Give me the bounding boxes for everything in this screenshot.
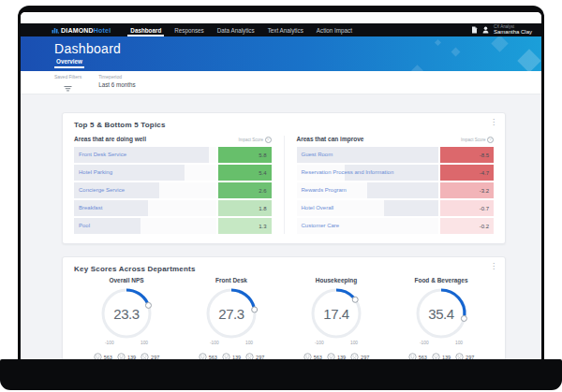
tab-overview[interactable]: Overview (54, 58, 84, 68)
topic-link[interactable]: Guest Room (302, 147, 333, 163)
impact-bar (384, 200, 438, 216)
app-window: DIAMONDHotel Dashboard Responses Data An… (21, 12, 541, 359)
table-row: Reservation Process and Information -4.7 (297, 165, 495, 181)
nav-item-responses[interactable]: Responses (168, 23, 211, 36)
neutral-count: 139 (232, 355, 241, 360)
brand-logo: DIAMONDHotel (52, 23, 111, 36)
timeperiod-control[interactable]: Timeperiod Last 6 months (98, 71, 136, 94)
topics-card-title: Top 5 & Bottom 5 Topics (74, 121, 494, 129)
nps-gauge-chart: 27.3 (205, 287, 258, 340)
topic-link[interactable]: Reservation Process and Information (302, 165, 394, 181)
main-nav: Dashboard Responses Data Analytics Text … (124, 23, 359, 36)
table-row: Guest Room -8.5 (297, 147, 495, 163)
gauge-max-label: 100 (350, 341, 358, 345)
gauge-housekeeping: Housekeeping 17.4 -100100 563 139 297 (284, 277, 389, 359)
diamond-deco-icon (451, 48, 461, 57)
kebab-menu-icon[interactable]: ⋮ (490, 119, 497, 126)
timeperiod-value: Last 6 months (98, 81, 136, 88)
impact-score-chip: 1.3 (218, 218, 272, 234)
table-row: Front Desk Service 5.8 (74, 147, 272, 163)
filter-funnel-icon[interactable] (64, 85, 72, 93)
gauge-food-beverages: Food & Beverages 35.4 -100100 563 139 29… (389, 277, 494, 359)
topic-link[interactable]: Breakfast (79, 200, 102, 216)
gauge-title: Housekeeping (316, 277, 357, 283)
table-row: Concierge Service 2.6 (74, 182, 272, 198)
help-icon[interactable]: ? (265, 137, 272, 143)
topic-link[interactable]: Hotel Parking (79, 165, 112, 181)
impact-score-chip: 5.8 (218, 147, 272, 163)
impact-score-chip: 1.8 (218, 200, 272, 216)
topic-link[interactable]: Rewards Program (302, 182, 347, 198)
svg-text:27.3: 27.3 (218, 306, 244, 322)
happy-face-icon (303, 353, 312, 359)
gauge-title: Front Desk (215, 277, 247, 283)
topic-link[interactable]: Pool (79, 218, 90, 234)
svg-text:23.3: 23.3 (113, 306, 140, 322)
nav-item-dashboard[interactable]: Dashboard (124, 23, 168, 36)
impact-score-label: Impact Score? (461, 137, 494, 143)
neutral-face-icon (117, 353, 126, 359)
table-row: Customer Care -0.2 (297, 218, 495, 234)
filter-bar: Saved Filters Timeperiod Last 6 months (21, 71, 541, 94)
topic-link[interactable]: Customer Care (302, 218, 340, 234)
diamond-deco-icon (411, 65, 423, 71)
brand-name: DIAMONDHotel (61, 27, 111, 34)
user-menu[interactable]: CX Analyst Samantha Clay (494, 24, 532, 36)
diamond-deco-icon (435, 39, 441, 46)
key-scores-title: Key Scores Across Departments (74, 265, 494, 273)
positive-count: 563 (209, 355, 217, 360)
negative-count: 297 (151, 355, 159, 360)
page-title: Dashboard (54, 41, 121, 56)
positive-count: 563 (314, 355, 322, 360)
saved-filters-control[interactable]: Saved Filters (54, 71, 81, 94)
gauge-front-desk: Front Desk 27.3 -100100 563 139 297 (179, 277, 284, 359)
can-improve-table: Areas that can improve Impact Score? Gue… (284, 136, 495, 234)
topics-card: Top 5 & Bottom 5 Topics ⋮ Areas that are… (62, 112, 506, 244)
gauge-max-label: 100 (140, 341, 148, 345)
gauge-max-label: 100 (245, 341, 253, 345)
sad-face-icon (350, 353, 359, 359)
device-base (0, 359, 562, 390)
topic-link[interactable]: Hotel Overall (302, 200, 334, 216)
nav-item-data-analytics[interactable]: Data Analytics (211, 23, 261, 36)
topic-link[interactable]: Concierge Service (79, 182, 125, 198)
top-navbar: DIAMONDHotel Dashboard Responses Data An… (21, 23, 541, 36)
impact-score-label: Impact Score? (238, 137, 271, 143)
happy-face-icon (199, 353, 207, 359)
saved-filters-label: Saved Filters (54, 74, 81, 80)
impact-score-chip: -3.2 (440, 182, 494, 198)
sad-face-icon (245, 353, 254, 359)
timeperiod-label: Timeperiod (98, 74, 136, 80)
neutral-face-icon (222, 353, 230, 359)
gauge-title: Food & Beverages (414, 277, 467, 283)
help-icon[interactable]: ? (487, 137, 494, 143)
gauge-min-label: -100 (315, 341, 324, 345)
navbar-right: CX Analyst Samantha Clay (471, 23, 532, 36)
diamond-deco-icon (491, 36, 508, 52)
doing-well-table: Areas that are doing well Impact Score? … (74, 136, 272, 234)
happy-face-icon (408, 353, 417, 359)
neutral-count: 139 (337, 355, 346, 360)
gauges-row: Overall NPS 23.3 -100100 563 139 297 (74, 277, 494, 359)
table-row: Hotel Overall -0.7 (297, 200, 495, 216)
nps-gauge-chart: 35.4 (415, 287, 467, 340)
nav-item-action-impact[interactable]: Action Impact (310, 23, 359, 36)
table-row: Breakfast 1.8 (74, 200, 272, 216)
impact-score-chip: -0.2 (440, 218, 494, 234)
user-name: Samantha Clay (494, 29, 532, 36)
document-icon[interactable] (471, 26, 478, 34)
svg-text:35.4: 35.4 (428, 306, 454, 322)
impact-score-chip: 5.4 (218, 165, 272, 181)
topic-link[interactable]: Front Desk Service (79, 147, 126, 163)
kebab-menu-icon[interactable]: ⋮ (490, 263, 497, 270)
nav-item-text-analytics[interactable]: Text Analytics (261, 23, 310, 36)
negative-count: 297 (256, 355, 264, 360)
bar-chart-logo-icon (52, 26, 59, 34)
can-improve-header: Areas that can improve (297, 136, 364, 142)
neutral-count: 139 (442, 355, 451, 360)
neutral-face-icon (327, 353, 335, 359)
diamond-deco-icon (517, 49, 540, 71)
neutral-count: 139 (127, 355, 136, 360)
sad-face-icon (140, 353, 149, 359)
user-icon[interactable] (482, 26, 489, 34)
